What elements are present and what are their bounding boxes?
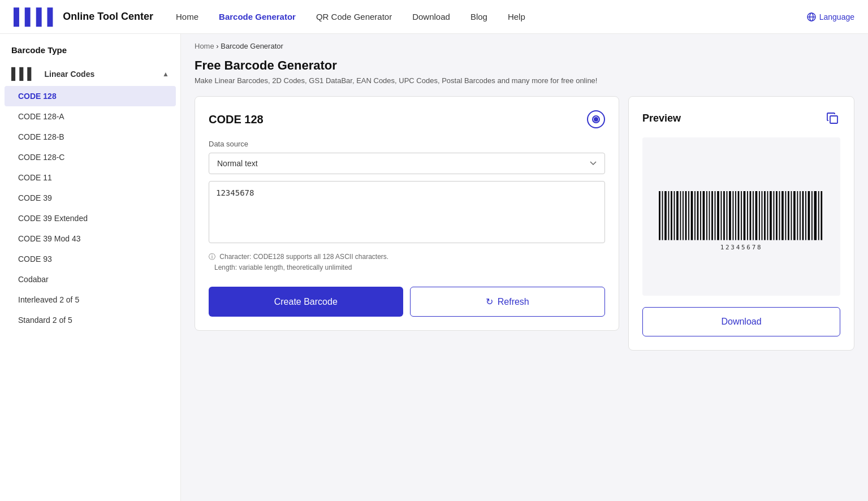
logo-icon: ▌▌▌▌: [14, 8, 58, 26]
svg-rect-26: [723, 191, 725, 240]
svg-rect-21: [709, 191, 710, 240]
breadcrumb-home[interactable]: Home: [195, 42, 214, 50]
download-button[interactable]: Download: [642, 307, 840, 336]
barcode-section-icon: ▌▌▌: [11, 67, 36, 80]
main-section: Free Barcode Generator Make Linear Barco…: [181, 58, 868, 364]
sidebar-title: Barcode Type: [0, 45, 180, 62]
svg-rect-10: [676, 191, 679, 240]
sidebar-item-code128c[interactable]: CODE 128-C: [0, 147, 180, 167]
nav-help[interactable]: Help: [508, 12, 525, 21]
barcode-image: 12345678: [654, 191, 829, 253]
sidebar-item-code128[interactable]: CODE 128: [5, 86, 176, 106]
breadcrumb: Home › Barcode Generator: [181, 34, 868, 58]
svg-rect-55: [808, 191, 810, 240]
svg-rect-23: [715, 191, 716, 240]
svg-rect-34: [747, 191, 748, 240]
nav: Home Barcode Generator QR Code Generator…: [176, 12, 854, 21]
logo-text: Online Tool Center: [63, 11, 153, 23]
page-subtitle: Make Linear Barcodes, 2D Codes, GS1 Data…: [195, 76, 854, 85]
refresh-icon: ↻: [486, 296, 493, 307]
svg-rect-46: [781, 191, 784, 240]
svg-rect-3: [830, 116, 837, 123]
svg-rect-50: [793, 191, 796, 240]
nav-download[interactable]: Download: [412, 12, 450, 21]
layout: Barcode Type ▌▌▌ Linear Codes ▲ CODE 128…: [0, 34, 868, 501]
content-panels: CODE 128 Data source Normal text HEX dat…: [195, 96, 854, 351]
svg-rect-20: [706, 191, 707, 240]
sidebar-item-codabar[interactable]: Codabar: [0, 269, 180, 290]
copy-svg: [826, 111, 839, 125]
svg-rect-32: [741, 191, 742, 240]
info-icon: ⓘ: [209, 253, 215, 261]
sidebar-item-code39mod43[interactable]: CODE 39 Mod 43: [0, 228, 180, 249]
svg-rect-33: [744, 191, 746, 240]
preview-title: Preview: [642, 113, 681, 124]
refresh-button[interactable]: ↻ Refresh: [410, 287, 606, 317]
preview-panel: Preview: [628, 96, 854, 351]
svg-rect-41: [767, 191, 768, 240]
svg-rect-14: [688, 191, 689, 240]
svg-rect-49: [791, 191, 792, 240]
sidebar-item-code93[interactable]: CODE 93: [0, 249, 180, 269]
copy-icon[interactable]: [824, 110, 840, 126]
svg-rect-45: [779, 191, 780, 240]
language-selector[interactable]: Language: [807, 12, 854, 21]
create-barcode-button[interactable]: Create Barcode: [209, 287, 403, 317]
main-content: Home › Barcode Generator Free Barcode Ge…: [181, 34, 868, 501]
sidebar-item-standard2of5[interactable]: Standard 2 of 5: [0, 310, 180, 330]
svg-text:12345678: 12345678: [720, 244, 763, 251]
sidebar: Barcode Type ▌▌▌ Linear Codes ▲ CODE 128…: [0, 34, 181, 501]
svg-rect-48: [788, 191, 789, 240]
svg-rect-39: [762, 191, 763, 240]
nav-home[interactable]: Home: [176, 12, 198, 21]
action-buttons: Create Barcode ↻ Refresh: [209, 287, 605, 317]
svg-rect-24: [717, 191, 719, 240]
svg-rect-37: [755, 191, 758, 240]
language-label: Language: [819, 12, 854, 21]
sidebar-item-code11[interactable]: CODE 11: [0, 167, 180, 188]
globe-icon: [807, 12, 816, 21]
barcode-preview-area: 12345678: [642, 137, 840, 296]
preview-header: Preview: [642, 110, 840, 126]
chevron-up-icon: ▲: [162, 70, 169, 78]
data-source-select[interactable]: Normal text HEX data Base64 data: [209, 153, 605, 174]
settings-icon[interactable]: [587, 110, 605, 128]
svg-rect-51: [797, 191, 798, 240]
svg-rect-36: [753, 191, 754, 240]
logo[interactable]: ▌▌▌▌ Online Tool Center: [14, 8, 153, 26]
hint-line1: Character: CODE128 supports all 128 ASCI…: [219, 253, 388, 261]
svg-rect-28: [729, 191, 731, 240]
svg-rect-9: [674, 191, 675, 240]
sidebar-item-code39[interactable]: CODE 39: [0, 188, 180, 208]
svg-rect-30: [735, 191, 736, 240]
svg-rect-40: [764, 191, 766, 240]
sidebar-item-code128a[interactable]: CODE 128-A: [0, 106, 180, 127]
data-source-label: Data source: [209, 140, 605, 148]
svg-rect-52: [800, 191, 801, 240]
svg-rect-38: [759, 191, 760, 240]
breadcrumb-current: Barcode Generator: [221, 42, 283, 50]
nav-blog[interactable]: Blog: [470, 12, 487, 21]
svg-rect-43: [774, 191, 775, 240]
section-label: Linear Codes: [45, 70, 95, 79]
svg-rect-13: [685, 191, 687, 240]
barcode-data-input[interactable]: 12345678: [209, 181, 605, 243]
sidebar-item-code39ext[interactable]: CODE 39 Extended: [0, 208, 180, 228]
sidebar-item-code128b[interactable]: CODE 128-B: [0, 127, 180, 147]
linear-codes-section[interactable]: ▌▌▌ Linear Codes ▲: [0, 62, 180, 86]
refresh-label: Refresh: [498, 297, 529, 307]
nav-barcode-generator[interactable]: Barcode Generator: [219, 12, 296, 21]
settings-dot: [594, 117, 598, 122]
svg-rect-8: [671, 191, 672, 240]
svg-rect-6: [664, 191, 667, 240]
svg-rect-47: [785, 191, 786, 240]
svg-rect-53: [802, 191, 804, 240]
svg-rect-12: [683, 191, 684, 240]
page-title: Free Barcode Generator: [195, 58, 854, 73]
svg-rect-59: [821, 191, 822, 240]
svg-rect-11: [680, 191, 681, 240]
svg-rect-54: [805, 191, 806, 240]
svg-rect-44: [776, 191, 778, 240]
nav-qr-code[interactable]: QR Code Generator: [316, 12, 392, 21]
sidebar-item-interleaved[interactable]: Interleaved 2 of 5: [0, 290, 180, 310]
